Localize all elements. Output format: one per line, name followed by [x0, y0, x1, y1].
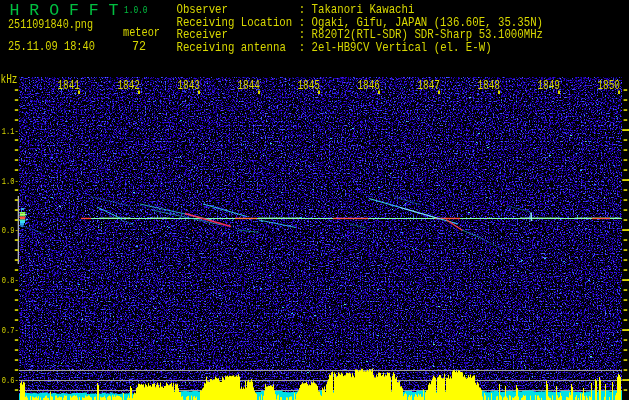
svg-text:0.6-: 0.6- — [2, 375, 19, 386]
svg-text:0.7-: 0.7- — [2, 325, 19, 336]
svg-text:1847: 1847 — [418, 78, 441, 93]
svg-text:1842: 1842 — [118, 78, 141, 93]
svg-text:72: 72 — [132, 40, 146, 54]
svg-text:1841: 1841 — [58, 78, 81, 93]
svg-text:1843: 1843 — [178, 78, 201, 93]
svg-text:1849: 1849 — [538, 78, 561, 93]
svg-text:meteor: meteor — [123, 26, 160, 40]
svg-text:1844: 1844 — [238, 78, 261, 93]
svg-text:1.0-: 1.0- — [2, 176, 19, 187]
svg-text:1.0.0: 1.0.0 — [124, 4, 148, 16]
svg-text:1846: 1846 — [358, 78, 381, 93]
svg-text:1.1-: 1.1- — [2, 126, 19, 137]
svg-text:1850: 1850 — [598, 78, 621, 93]
svg-text:kHz: kHz — [1, 73, 18, 87]
svg-text:0.9-: 0.9- — [2, 225, 19, 236]
svg-text:0.8-: 0.8- — [2, 275, 19, 286]
svg-text:1845: 1845 — [298, 78, 321, 93]
svg-text:2511091840.png: 2511091840.png — [8, 18, 93, 32]
svg-text:Receiving antenna : 2el-HB9CV: Receiving antenna : 2el-HB9CV Vertical (… — [177, 41, 492, 55]
svg-text:25.11.09 18:40: 25.11.09 18:40 — [8, 40, 95, 54]
svg-text:1848: 1848 — [478, 78, 501, 93]
